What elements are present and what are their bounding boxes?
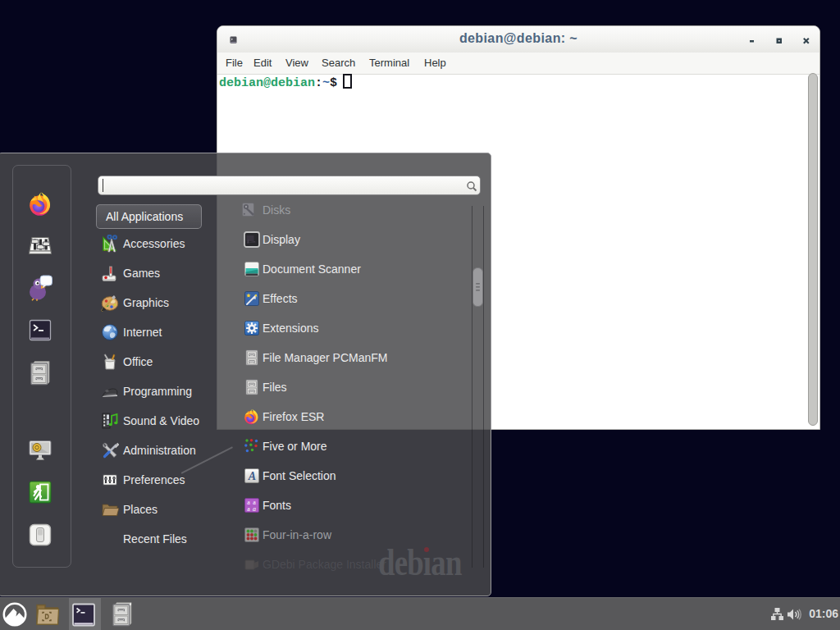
svg-text:a: a (253, 505, 256, 513)
svg-text:a: a (247, 505, 250, 513)
svg-text:A: A (248, 470, 256, 482)
